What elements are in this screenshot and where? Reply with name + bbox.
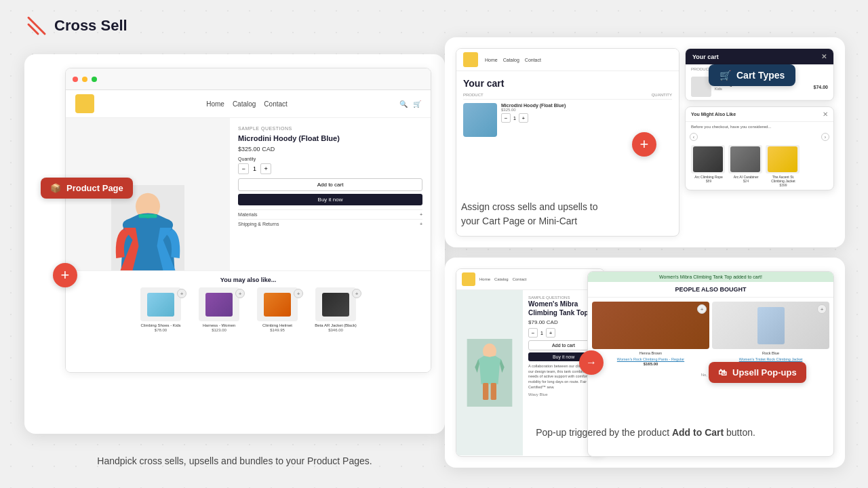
- card-price-1: $78.00: [134, 328, 188, 332]
- upsell-qty-plus[interactable]: +: [546, 328, 555, 338]
- qty-plus[interactable]: +: [260, 163, 271, 174]
- upsell-badge[interactable]: 🛍 Upsell Pop-ups: [709, 362, 806, 383]
- cart-qty-row: − 1 +: [501, 113, 672, 123]
- qty-minus[interactable]: −: [238, 163, 249, 174]
- app-title: Cross Sell: [54, 17, 127, 35]
- search-icon[interactable]: 🔍: [399, 100, 408, 108]
- add-circle-2[interactable]: +: [235, 289, 239, 298]
- qty-label: Quantity: [238, 157, 422, 161]
- yc-close[interactable]: ✕: [821, 53, 827, 60]
- right-bottom-description: Pop-up triggered by the product Add to C…: [448, 427, 844, 438]
- product-grid: + Climbing Shoes - Kids $78.00 + Harness…: [73, 287, 424, 332]
- card-price-3: $149.95: [250, 328, 304, 332]
- ml-item-price-3: $399: [766, 183, 801, 187]
- cart-types-badge[interactable]: 🛒 Cart Types: [709, 64, 795, 86]
- ml-item-price-2: $24: [728, 179, 764, 183]
- cart-shop-logo: [463, 52, 478, 67]
- upsell-label: Upsell Pop-ups: [732, 367, 797, 378]
- plus-button-left[interactable]: +: [53, 263, 77, 287]
- card-name-4: Beta AR Jacket (Black): [309, 323, 363, 327]
- product-card-img: +: [257, 287, 298, 321]
- qty-control: − 1 +: [238, 163, 422, 174]
- list-item: + Climbing Helmet $149.95: [250, 287, 304, 332]
- upsell-icon: 🛍: [718, 367, 727, 378]
- upsell-nav-catalog[interactable]: Catalog: [494, 277, 509, 281]
- upsell-nav-home[interactable]: Home: [479, 277, 490, 281]
- ml-close[interactable]: ✕: [823, 110, 828, 118]
- add-to-cart-button[interactable]: Add to cart: [238, 178, 422, 191]
- ml-item-price-1: $89: [691, 179, 726, 183]
- accordion-materials[interactable]: Materials+: [238, 209, 422, 219]
- nav-catalog[interactable]: Catalog: [233, 100, 256, 108]
- also-like-section: You may also like... + Climbing Shoes - …: [66, 270, 431, 372]
- ml-prev-arrow[interactable]: ‹: [690, 133, 698, 141]
- cart-types-label: Cart Types: [736, 70, 785, 81]
- yc-item-price: $74.00: [814, 85, 828, 89]
- logo-icon: [24, 14, 49, 38]
- cart-nav-links: Home Catalog Contact: [485, 58, 541, 62]
- list-item: + Harness - Women $123.00: [192, 287, 246, 332]
- cart-qty-minus[interactable]: −: [501, 113, 511, 123]
- svg-rect-9: [483, 383, 488, 400]
- product-page-label: Product Page: [66, 183, 123, 193]
- plus-button-right[interactable]: +: [632, 132, 656, 157]
- added-to-cart-bar: Women's Mibra Climbing Tank Top added to…: [588, 272, 833, 282]
- popup-add-circle-2[interactable]: +: [817, 304, 827, 314]
- arrow-button[interactable]: →: [579, 350, 604, 375]
- cart-nav-catalog[interactable]: Catalog: [503, 58, 519, 62]
- buy-now-button[interactable]: Buy it now: [238, 194, 422, 205]
- cart-qty-plus[interactable]: +: [519, 113, 528, 123]
- list-item: + Climbing Shoes - Kids $78.00: [134, 287, 188, 332]
- cart-page-nav: Home Catalog Contact: [456, 49, 679, 71]
- add-to-cart-bold: Add to Cart: [672, 427, 724, 438]
- nav-home[interactable]: Home: [206, 100, 224, 108]
- ml-item-img-3: [766, 145, 800, 174]
- popup-product-img-2: +: [712, 302, 829, 349]
- ml-next-arrow[interactable]: ›: [821, 133, 829, 141]
- add-circle-3[interactable]: +: [294, 289, 298, 298]
- product-accordion: Materials+ Shipping & Returns+: [238, 209, 422, 228]
- qty-value: 1: [253, 165, 256, 172]
- nav-icons: 🔍 🛒: [399, 100, 421, 108]
- upsell-nav-contact[interactable]: Contact: [513, 277, 527, 281]
- card-price-2: $123.00: [192, 328, 246, 332]
- might-like-panel: You Might Also Like ✕ Before you checkou…: [685, 106, 834, 190]
- cart-item-image: [463, 103, 497, 137]
- popup-product-link-1[interactable]: Women's Rock Climbing Pants - Regular: [592, 357, 709, 361]
- product-price: $325.00 CAD: [238, 146, 422, 152]
- ml-desc: Before you checkout, have you considered…: [686, 122, 833, 131]
- popup-product-price-1: $165.00: [592, 362, 709, 366]
- list-item: + Rock Blue Women's Triolet Rock Climbin…: [712, 302, 829, 366]
- list-item: + Henna Brown Women's Rock Climbing Pant…: [592, 302, 709, 366]
- left-panel: Home Catalog Contact 🔍 🛒: [24, 54, 445, 434]
- product-card-img: +: [315, 287, 356, 321]
- popup-product-link-2[interactable]: Women's Triolet Rock Climbing Jacket: [712, 357, 829, 361]
- cart-icon[interactable]: 🛒: [413, 100, 421, 108]
- ml-item-img-1: [691, 145, 725, 174]
- ml-nav: ‹ ›: [686, 131, 833, 142]
- accordion-shipping[interactable]: Shipping & Returns+: [238, 219, 422, 228]
- cart-nav-home[interactable]: Home: [485, 58, 498, 62]
- upsell-qty-minus[interactable]: −: [528, 328, 538, 338]
- browser-chrome: [66, 68, 431, 90]
- upsell-shop-logo: [462, 272, 475, 286]
- add-circle-1[interactable]: +: [177, 289, 181, 298]
- nav-contact[interactable]: Contact: [264, 100, 287, 108]
- app-header: Cross Sell: [24, 14, 127, 38]
- cart-nav-contact[interactable]: Contact: [525, 58, 541, 62]
- popup-header: PEOPLE ALSO BOUGHT: [588, 282, 833, 298]
- cart-qty-val: 1: [513, 116, 516, 121]
- nav-links: Home Catalog Contact: [206, 100, 288, 108]
- upsell-nav-links: Home Catalog Contact: [479, 277, 526, 281]
- cart-item-details: Microdini Hoody (Float Blue) $325.00 − 1…: [501, 103, 672, 123]
- product-page-badge[interactable]: 📦 Product Page: [41, 178, 133, 199]
- nav-dot-red: [73, 77, 78, 82]
- add-circle-4[interactable]: +: [352, 289, 356, 298]
- popup-products: + Henna Brown Women's Rock Climbing Pant…: [588, 298, 833, 370]
- nav-dot-green: [92, 77, 97, 82]
- card-name-3: Climbing Helmet: [250, 323, 304, 327]
- popup-add-circle-1[interactable]: +: [697, 304, 707, 314]
- shop-logo: [75, 94, 94, 113]
- upsell-shop-nav: Home Catalog Contact: [456, 269, 604, 290]
- product-title: Microdini Hoody (Float Blue): [238, 134, 422, 143]
